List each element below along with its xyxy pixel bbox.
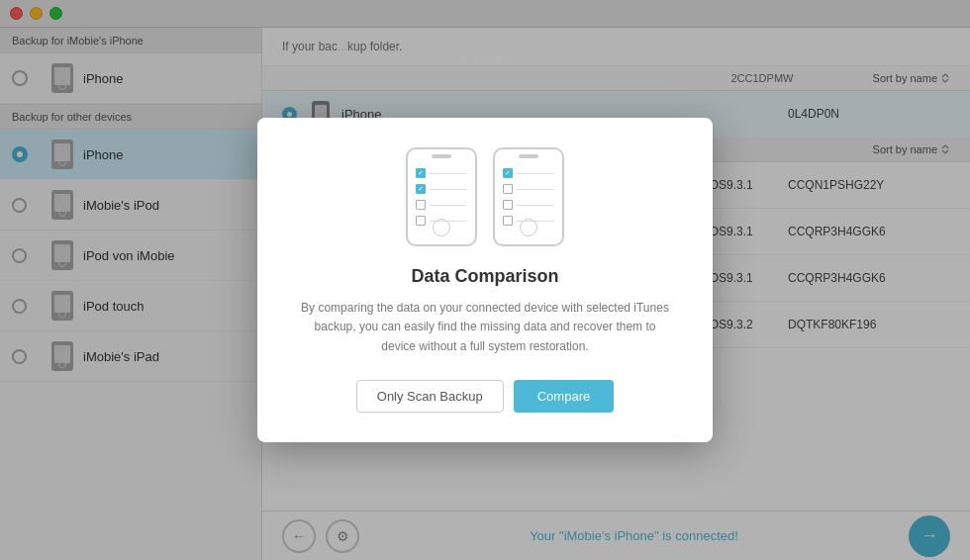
modal-overlay[interactable]: ✓ ✓ ✓ [0, 0, 970, 560]
modal-title: Data Comparison [297, 266, 673, 287]
check-row: ✓ [416, 168, 467, 178]
check-line [430, 189, 467, 190]
check-row [503, 216, 554, 226]
check-row [503, 200, 554, 210]
checkbox-checked: ✓ [503, 168, 513, 178]
check-row: ✓ [503, 168, 554, 178]
compare-button[interactable]: Compare [514, 380, 614, 413]
modal-description: By comparing the data on your connected … [297, 299, 673, 356]
modal-buttons: Only Scan Backup Compare [297, 380, 673, 413]
check-row [503, 184, 554, 194]
phone-graphic-right: ✓ [493, 147, 564, 246]
checkbox-empty [416, 200, 426, 210]
check-line [517, 205, 554, 206]
checkbox-empty [503, 216, 513, 226]
modal-phone-graphic: ✓ ✓ ✓ [297, 147, 673, 246]
check-line [517, 221, 554, 222]
check-row [416, 216, 467, 226]
checkbox-empty [503, 184, 513, 194]
phone-graphic-left: ✓ ✓ [406, 147, 477, 246]
check-row [416, 200, 467, 210]
check-line [517, 189, 554, 190]
modal-dialog: ✓ ✓ ✓ [257, 118, 713, 442]
only-scan-backup-button[interactable]: Only Scan Backup [356, 380, 504, 413]
check-line [430, 205, 467, 206]
checkbox-checked: ✓ [416, 168, 426, 178]
check-line [517, 173, 554, 174]
check-line [430, 221, 467, 222]
birds-decoration: ^^ ^ [461, 54, 510, 65]
checkbox-checked: ✓ [416, 184, 426, 194]
check-row: ✓ [416, 184, 467, 194]
checkbox-empty [503, 200, 513, 210]
checkbox-empty [416, 216, 426, 226]
check-line [430, 173, 467, 174]
